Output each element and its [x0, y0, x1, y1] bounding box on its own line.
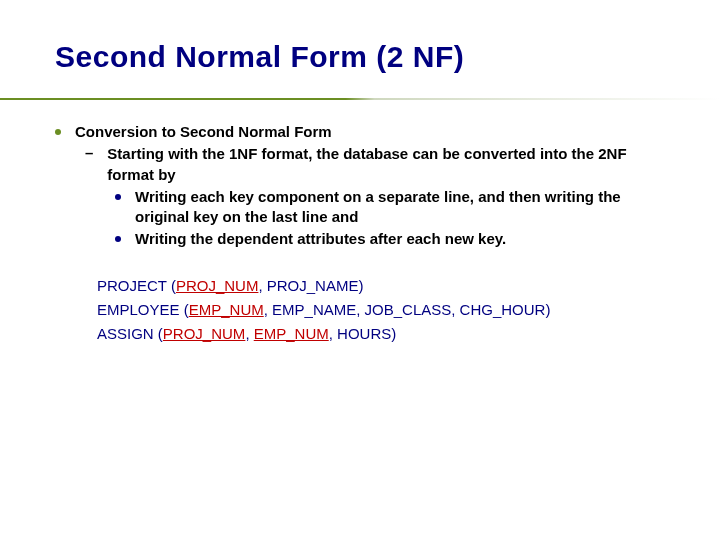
attrs-rest: , HOURS): [329, 325, 397, 342]
schema-line-employee: EMPLOYEE (EMP_NUM, EMP_NAME, JOB_CLASS, …: [97, 298, 670, 322]
attrs-rest: , PROJ_NAME): [258, 277, 363, 294]
open-paren: (: [154, 325, 163, 342]
bullet-text: Writing each key component on a separate…: [135, 187, 670, 228]
open-paren: (: [167, 277, 176, 294]
bullet-dot-icon: [115, 194, 121, 200]
relation-name: EMPLOYEE: [97, 301, 180, 318]
attrs-rest: , EMP_NAME, JOB_CLASS, CHG_HOUR): [264, 301, 551, 318]
bullet-dot-icon: [115, 236, 121, 242]
open-paren: (: [180, 301, 189, 318]
bullet-dot-icon: [55, 129, 61, 135]
bullet-text: Conversion to Second Normal Form: [75, 122, 332, 142]
key-attr: EMP_NUM: [254, 325, 329, 342]
key-attr: EMP_NUM: [189, 301, 264, 318]
slide-title: Second Normal Form (2 NF): [55, 40, 670, 74]
schema-block: PROJECT (PROJ_NUM, PROJ_NAME) EMPLOYEE (…: [97, 274, 670, 346]
schema-line-assign: ASSIGN (PROJ_NUM, EMP_NUM, HOURS): [97, 322, 670, 346]
bullet-level1: Conversion to Second Normal Form: [55, 122, 670, 142]
schema-line-project: PROJECT (PROJ_NUM, PROJ_NAME): [97, 274, 670, 298]
bullet-level2: – Starting with the 1NF format, the data…: [85, 144, 670, 185]
title-underline: [0, 98, 720, 100]
bullet-text: Starting with the 1NF format, the databa…: [107, 144, 670, 185]
relation-name: ASSIGN: [97, 325, 154, 342]
bullet-level3: Writing the dependent attributes after e…: [115, 229, 670, 249]
comma: ,: [245, 325, 253, 342]
key-attr: PROJ_NUM: [163, 325, 246, 342]
relation-name: PROJECT: [97, 277, 167, 294]
dash-icon: –: [85, 143, 93, 163]
slide: Second Normal Form (2 NF) Conversion to …: [0, 0, 720, 376]
bullet-text: Writing the dependent attributes after e…: [135, 229, 506, 249]
key-attr: PROJ_NUM: [176, 277, 259, 294]
bullet-level3: Writing each key component on a separate…: [115, 187, 670, 228]
